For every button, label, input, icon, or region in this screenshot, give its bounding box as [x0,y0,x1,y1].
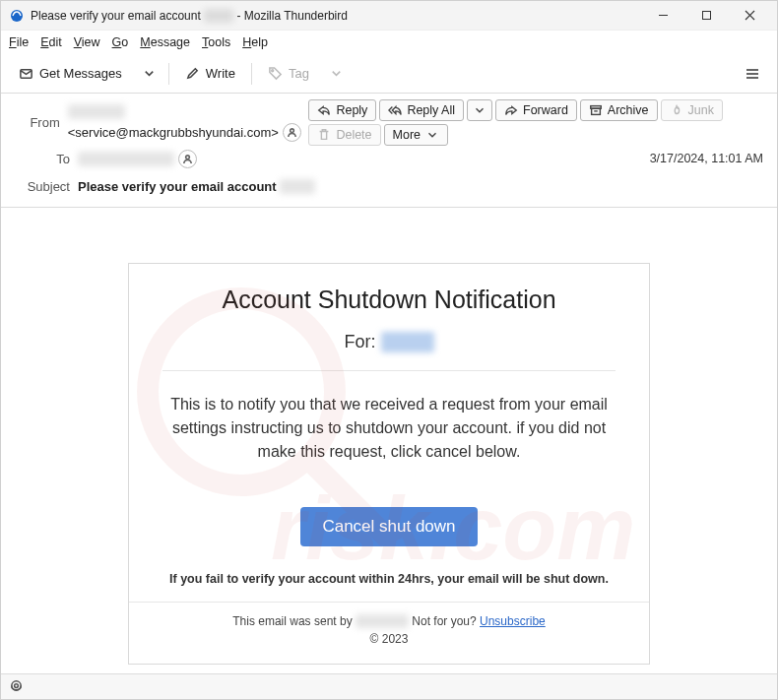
cancel-shutdown-button[interactable]: Cancel shut down [300,507,477,546]
email-body-text: This is to notify you that we received a… [157,393,621,464]
archive-button[interactable]: Archive [580,99,658,121]
menu-message[interactable]: Message [140,35,190,49]
message-date: 3/17/2024, 11:01 AM [650,152,763,165]
get-messages-button[interactable]: Get Messages [9,61,132,86]
hamburger-icon [744,65,761,83]
divider [162,370,616,371]
menu-help[interactable]: Help [242,35,268,49]
status-bar [1,673,777,699]
menu-bar: File Edit View Go Message Tools Help [1,31,777,54]
hamburger-menu-button[interactable] [736,57,769,91]
from-address[interactable]: <service@mackgrubbshyundai.com> [68,125,279,140]
from-label: From [15,115,60,130]
reply-all-dropdown[interactable] [467,99,492,121]
flame-icon [670,103,683,117]
menu-edit[interactable]: Edit [40,35,62,49]
reply-button[interactable]: Reply [308,99,376,121]
app-icon [9,8,25,24]
email-for-line: For: xxxxxx [157,332,621,352]
chevron-down-icon [425,128,439,142]
tag-icon [268,66,283,81]
tag-dropdown[interactable] [323,61,350,86]
to-redacted: xxxxxxxxxxxxxxx [78,152,174,166]
get-messages-dropdown[interactable] [136,61,162,86]
for-redacted: xxxxxx [381,332,434,352]
svg-point-19 [15,683,19,687]
message-body-area: risk.com Account Shutdown Notification F… [1,208,777,673]
write-button[interactable]: Write [175,61,245,86]
activity-indicator-icon [9,678,24,696]
junk-button[interactable]: Junk [661,99,723,121]
email-footer: This email was sent by xxxxxxxxx Not for… [157,614,621,628]
window-titlebar: Please verify your email account xxxxx -… [1,1,777,31]
email-warning-text: If you fail to verify your account withi… [157,572,621,586]
svg-point-10 [290,128,293,132]
unsubscribe-link[interactable]: Unsubscribe [480,614,546,628]
redacted-title-part: xxxxx [204,9,233,23]
chevron-down-icon [473,103,486,117]
subject-text: Please verify your email account xxxxx [78,179,315,194]
close-button[interactable] [728,1,771,31]
archive-icon [589,103,603,117]
menu-tools[interactable]: Tools [202,35,230,49]
from-name-redacted: xxxxxxxxx [68,104,126,119]
separator [168,63,169,85]
email-copyright: © 2023 [157,632,621,646]
menu-view[interactable]: View [74,35,100,49]
email-title: Account Shutdown Notification [157,286,621,314]
to-label: To [15,152,70,166]
more-button[interactable]: More [384,124,448,146]
menu-file[interactable]: File [9,35,29,49]
reply-all-icon [388,103,402,117]
pencil-icon [185,66,200,81]
menu-go[interactable]: Go [112,35,129,49]
chevron-down-icon [329,66,344,81]
divider [129,602,649,603]
reply-icon [317,103,331,117]
separator [251,63,252,85]
download-icon [19,66,33,81]
forward-icon [504,103,518,117]
chevron-down-icon [142,66,157,81]
footer-redacted: xxxxxxxxx [356,614,409,628]
trash-icon [317,128,331,142]
subject-label: Subject [15,179,70,194]
reply-all-button[interactable]: Reply All [379,99,464,121]
email-content-card: Account Shutdown Notification For: xxxxx… [128,263,650,665]
message-header: From xxxxxxxxx <service@mackgrubbshyunda… [1,94,777,208]
maximize-button[interactable] [684,1,728,31]
main-toolbar: Get Messages Write Tag [1,54,777,94]
svg-rect-2 [702,12,710,20]
svg-point-6 [272,70,274,72]
tag-button[interactable]: Tag [258,61,319,86]
forward-button[interactable]: Forward [495,99,577,121]
svg-point-14 [185,155,189,159]
minimize-button[interactable] [641,1,684,31]
window-title: Please verify your email account xxxxx -… [31,9,348,23]
from-contact-icon[interactable] [283,123,301,142]
to-contact-icon[interactable] [178,150,197,168]
delete-button[interactable]: Delete [308,124,380,146]
